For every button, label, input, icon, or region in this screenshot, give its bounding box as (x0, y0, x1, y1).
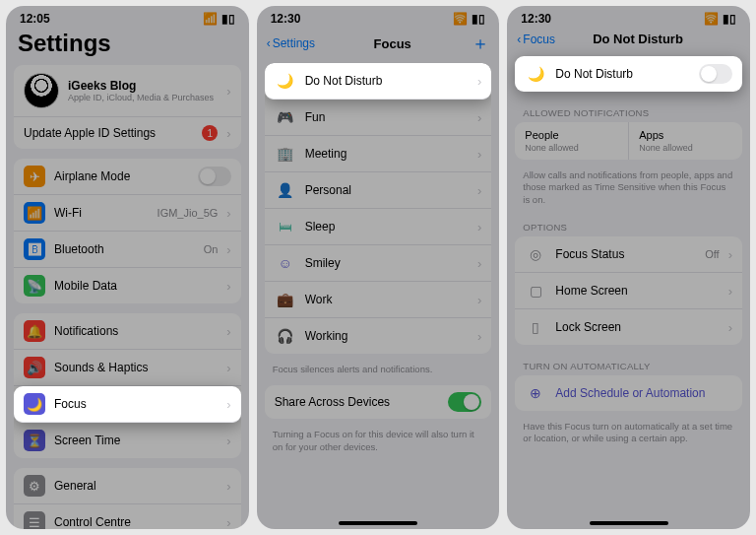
chevron-right-icon: › (477, 74, 481, 89)
allowed-people[interactable]: People None allowed (515, 122, 629, 160)
apps-sub: None allowed (639, 143, 732, 153)
chevron-right-icon: › (728, 247, 732, 262)
share-group: Share Across Devices (265, 385, 492, 419)
nav-title: Do Not Disturb (555, 32, 721, 46)
row-icon: 💼 (275, 289, 296, 310)
chevron-right-icon: › (226, 397, 230, 412)
row-label: Home Screen (555, 284, 719, 298)
dnd-toggle-row[interactable]: 🌙 Do Not Disturb (515, 56, 742, 92)
nav-bar: ‹ Focus Do Not Disturb (507, 28, 750, 54)
row-value: Off (705, 248, 719, 260)
status-bar: 12:30 🛜 ▮▯ (507, 6, 750, 28)
avatar (24, 73, 59, 108)
list-row[interactable]: 📡Mobile Data› (14, 268, 241, 303)
apple-id-row[interactable]: iGeeks Blog Apple ID, iCloud, Media & Pu… (14, 65, 241, 117)
dnd-toggle[interactable] (699, 64, 732, 84)
update-apple-id-row[interactable]: Update Apple ID Settings 1 › (14, 117, 241, 149)
list-row[interactable]: ▯Lock Screen› (515, 309, 742, 345)
allowed-apps[interactable]: Apps None allowed (629, 122, 742, 160)
battery-icon: ▮▯ (723, 12, 736, 26)
list-row[interactable]: 🅱BluetoothOn› (14, 232, 241, 268)
row-label: Add Schedule or Automation (555, 386, 732, 400)
row-icon: 👤 (275, 179, 296, 201)
row-icon: 🌙 (24, 393, 45, 415)
row-label: Sounds & Haptics (54, 361, 218, 374)
row-icon: 🎧 (275, 325, 296, 347)
status-bar: 12:05 📶 ▮▯ (6, 6, 249, 28)
row-toggle[interactable] (198, 167, 231, 186)
focus-list-group: 🌙Do Not Disturb›🎮Fun›🏢Meeting›👤Personal›… (265, 63, 492, 354)
row-label: Share Across Devices (275, 395, 440, 409)
add-focus-button[interactable]: ＋ (470, 32, 489, 55)
row-icon: ✈︎ (24, 166, 45, 187)
list-row[interactable]: 💼Work› (265, 282, 492, 318)
row-value: On (204, 243, 219, 255)
row-icon: 📡 (24, 275, 45, 297)
row-label: Control Centre (54, 515, 218, 529)
row-icon: ⏳ (24, 430, 45, 451)
status-indicators: 🛜 ▮▯ (453, 12, 485, 26)
allowed-footer: Allow calls and notifications from peopl… (507, 169, 750, 216)
profile-group: iGeeks Blog Apple ID, iCloud, Media & Pu… (14, 65, 241, 149)
share-toggle[interactable] (448, 392, 481, 412)
home-indicator[interactable] (590, 521, 668, 525)
list-row[interactable]: ◎Focus StatusOff› (515, 236, 742, 273)
list-row[interactable]: ☰Control Centre› (14, 504, 241, 529)
chevron-right-icon: › (226, 84, 230, 99)
chevron-right-icon: › (226, 479, 230, 494)
chevron-right-icon: › (226, 126, 230, 141)
list-row[interactable]: 🌙Do Not Disturb› (265, 63, 492, 100)
list-row[interactable]: ⚙︎General› (14, 468, 241, 504)
options-group: ◎Focus StatusOff›▢Home Screen›▯Lock Scre… (515, 236, 742, 345)
list-row[interactable]: 📶Wi-FiIGM_Jio_5G› (14, 195, 241, 232)
row-icon: 🏢 (275, 143, 296, 165)
list-row[interactable]: ⏳Screen Time› (14, 423, 241, 458)
row-label: Notifications (54, 324, 218, 338)
status-indicators: 🛜 ▮▯ (704, 12, 736, 26)
row-label: Sleep (305, 220, 469, 234)
list-row[interactable]: ☺Smiley› (265, 245, 492, 282)
list-row[interactable]: 🛏Sleep› (265, 209, 492, 245)
list-row[interactable]: 🔊Sounds & Haptics› (14, 350, 241, 386)
chevron-right-icon: › (226, 324, 230, 339)
allowed-header: Allowed Notifications (507, 101, 750, 122)
row-icon: 🔔 (24, 320, 45, 342)
home-indicator[interactable] (339, 521, 417, 525)
dnd-detail-screen: 12:30 🛜 ▮▯ ‹ Focus Do Not Disturb 🌙 Do N… (507, 6, 750, 529)
auto-footer: Have this Focus turn on automatically at… (507, 421, 750, 455)
list-row[interactable]: ✈︎Airplane Mode (14, 159, 241, 195)
chevron-right-icon: › (477, 329, 481, 344)
row-icon: 🛏 (275, 216, 296, 237)
chevron-right-icon: › (728, 320, 732, 335)
chevron-right-icon: › (477, 183, 481, 198)
alerts-group: 🔔Notifications›🔊Sounds & Haptics›🌙Focus›… (14, 313, 241, 458)
chevron-right-icon: › (477, 256, 481, 271)
list-row[interactable]: 🔔Notifications› (14, 313, 241, 350)
row-icon: 📶 (24, 202, 45, 224)
chevron-right-icon: › (477, 220, 481, 234)
back-button[interactable]: ‹ Settings (267, 36, 315, 50)
row-label: Screen Time (54, 434, 218, 447)
list-row[interactable]: 🏢Meeting› (265, 136, 492, 172)
row-label: Lock Screen (555, 320, 719, 334)
list-row[interactable]: ▢Home Screen› (515, 273, 742, 309)
row-icon: 🌙 (275, 70, 296, 92)
row-label: Smiley (305, 256, 469, 270)
row-icon: ☰ (24, 511, 45, 529)
list-row[interactable]: 👤Personal› (265, 172, 492, 209)
row-label: Airplane Mode (54, 169, 189, 183)
page-title: Settings (6, 28, 249, 65)
back-button[interactable]: ‹ Focus (517, 33, 555, 46)
apps-title: Apps (639, 129, 732, 141)
list-row[interactable]: 🌙Focus› (14, 386, 241, 423)
list-row[interactable]: 🎧Working› (265, 318, 492, 354)
auto-header: Turn On Automatically (507, 355, 750, 375)
general-group: ⚙︎General›☰Control Centre›AADisplay & Br… (14, 468, 241, 529)
add-schedule-row[interactable]: ⊕ Add Schedule or Automation (515, 375, 742, 411)
row-label: Fun (305, 110, 469, 124)
share-across-devices-row[interactable]: Share Across Devices (265, 385, 492, 419)
battery-icon: ▮▯ (472, 12, 485, 26)
profile-name: iGeeks Blog (68, 79, 218, 93)
row-icon: ▢ (525, 280, 546, 301)
list-row[interactable]: 🎮Fun› (265, 100, 492, 136)
